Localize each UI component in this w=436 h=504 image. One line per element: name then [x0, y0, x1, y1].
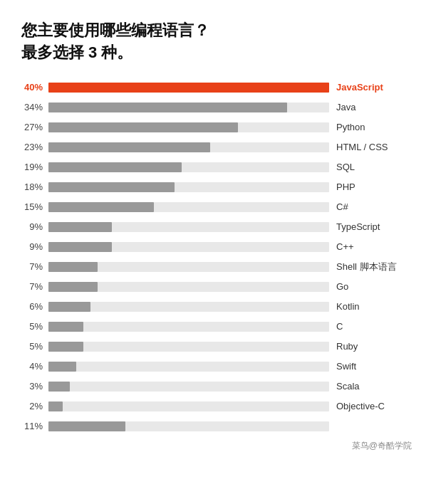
bar-fill	[48, 222, 112, 232]
title-line1: 您主要使用哪些编程语言？	[21, 21, 209, 39]
bar-fill	[48, 202, 154, 212]
lang-label: Shell 脚本语言	[336, 261, 415, 273]
bar-track	[48, 222, 329, 232]
chart-row: 2%Objective-C	[21, 399, 415, 414]
bar-fill	[48, 142, 210, 152]
bar-track	[48, 262, 329, 272]
bar-fill	[48, 401, 63, 411]
bar-fill	[48, 421, 125, 431]
bar-track	[48, 401, 329, 411]
chart-row: 7%Shell 脚本语言	[21, 259, 415, 275]
lang-label: Swift	[336, 361, 415, 372]
lang-label: TypeScript	[336, 221, 415, 232]
pct-label: 19%	[21, 162, 48, 172]
lang-label: C	[336, 321, 415, 332]
pct-label: 11%	[21, 421, 48, 431]
lang-label: Kotlin	[336, 301, 415, 312]
pct-label: 27%	[21, 122, 48, 132]
bar-fill	[48, 262, 98, 272]
bar-fill	[48, 382, 70, 392]
bar-fill	[48, 242, 112, 252]
chart-row: 27%Python	[21, 120, 415, 135]
bar-track	[48, 322, 329, 332]
lang-label: C#	[336, 201, 415, 212]
pct-label: 18%	[21, 182, 48, 192]
bar-track	[48, 242, 329, 252]
bar-track	[48, 362, 329, 372]
bar-fill	[48, 322, 83, 332]
bar-track	[48, 122, 329, 132]
chart-row: 11%	[21, 419, 415, 434]
pct-label: 5%	[21, 341, 48, 352]
lang-label: HTML / CSS	[336, 142, 415, 152]
lang-label: SQL	[336, 162, 415, 172]
pct-label: 7%	[21, 261, 48, 272]
pct-label: 34%	[21, 102, 48, 112]
chart-row: 9%TypeScript	[21, 219, 415, 235]
chart-row: 6%Kotlin	[21, 299, 415, 315]
chart-row: 7%Go	[21, 279, 415, 295]
chart-row: 18%PHP	[21, 179, 415, 195]
bar-fill	[48, 122, 238, 132]
chart-area: 40%JavaScript34%Java27%Python23%HTML / C…	[21, 80, 415, 434]
lang-label: C++	[336, 241, 415, 252]
pct-label: 7%	[21, 281, 48, 292]
bar-track	[48, 162, 329, 172]
chart-row: 9%C++	[21, 239, 415, 255]
lang-label: Objective-C	[336, 401, 415, 411]
pct-label: 40%	[21, 82, 48, 93]
lang-label: Scala	[336, 381, 415, 392]
bar-fill	[48, 103, 287, 112]
bar-fill	[48, 83, 329, 93]
lang-label: Go	[336, 281, 415, 292]
bar-track	[48, 182, 329, 192]
chart-row: 3%Scala	[21, 379, 415, 394]
pct-label: 9%	[21, 241, 48, 252]
lang-label: JavaScript	[336, 82, 415, 93]
bar-track	[48, 202, 329, 212]
pct-label: 3%	[21, 381, 48, 392]
bar-track	[48, 83, 329, 93]
bar-track	[48, 103, 329, 112]
chart-row: 19%SQL	[21, 159, 415, 175]
title: 您主要使用哪些编程语言？ 最多选择 3 种。	[21, 20, 415, 64]
bar-track	[48, 421, 329, 431]
lang-label: PHP	[336, 182, 415, 192]
bar-track	[48, 302, 329, 312]
bar-track	[48, 142, 329, 152]
bar-fill	[48, 182, 175, 192]
chart-row: 15%C#	[21, 199, 415, 215]
bar-fill	[48, 302, 90, 312]
chart-row: 4%Swift	[21, 359, 415, 374]
lang-label: Ruby	[336, 341, 415, 352]
bar-track	[48, 282, 329, 292]
footer-text: 菜鸟@奇酷学院	[21, 440, 415, 452]
lang-label: Java	[336, 102, 415, 112]
chart-row: 23%HTML / CSS	[21, 140, 415, 155]
pct-label: 23%	[21, 142, 48, 152]
bar-track	[48, 382, 329, 392]
pct-label: 5%	[21, 321, 48, 332]
chart-row: 34%Java	[21, 100, 415, 115]
lang-label: Python	[336, 122, 415, 132]
pct-label: 4%	[21, 361, 48, 372]
bar-track	[48, 342, 329, 352]
chart-row: 5%Ruby	[21, 339, 415, 355]
bar-fill	[48, 342, 83, 352]
pct-label: 6%	[21, 301, 48, 312]
pct-label: 9%	[21, 221, 48, 232]
bar-fill	[48, 362, 76, 372]
bar-fill	[48, 162, 182, 172]
title-line2: 最多选择 3 种。	[21, 43, 133, 61]
pct-label: 2%	[21, 401, 48, 411]
pct-label: 15%	[21, 201, 48, 212]
chart-row: 5%C	[21, 319, 415, 335]
bar-fill	[48, 282, 98, 292]
chart-row: 40%JavaScript	[21, 80, 415, 95]
